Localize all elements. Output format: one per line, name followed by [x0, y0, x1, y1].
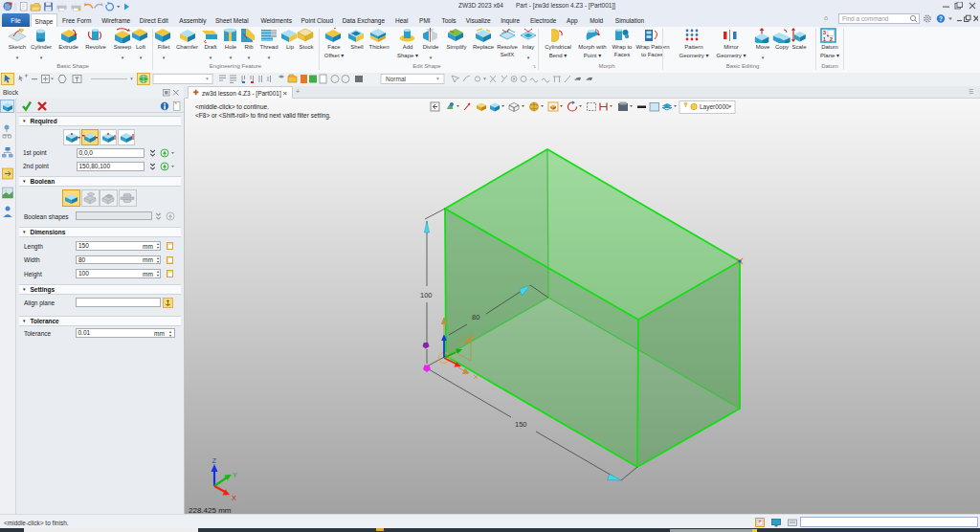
svg-text:Y: Y: [233, 471, 237, 479]
svg-text:150: 150: [515, 420, 527, 429]
svg-text:80: 80: [472, 313, 479, 321]
svg-text:X: X: [232, 494, 236, 502]
svg-text:Normal: Normal: [386, 76, 407, 82]
svg-text:?: ?: [939, 15, 943, 22]
svg-text:Z: Z: [212, 456, 217, 465]
svg-text:100: 100: [420, 291, 433, 299]
svg-text:228.425 mm: 228.425 mm: [189, 506, 232, 514]
